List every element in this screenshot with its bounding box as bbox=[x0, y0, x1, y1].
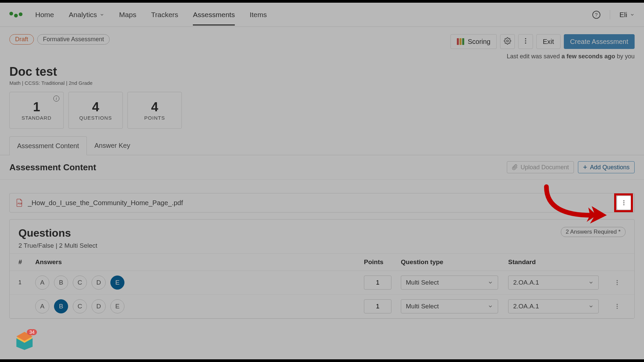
help-widget[interactable]: 34 bbox=[15, 331, 34, 351]
answer-bubble[interactable]: B bbox=[54, 276, 68, 290]
paperclip-icon bbox=[512, 164, 518, 170]
scoring-icon bbox=[457, 38, 464, 45]
nav-analytics-label: Analytics bbox=[69, 11, 97, 19]
question-type-select[interactable]: Multi Select bbox=[401, 276, 498, 290]
more-button[interactable] bbox=[518, 34, 533, 49]
add-questions-button[interactable]: + Add Questions bbox=[578, 161, 635, 173]
nav-trackers[interactable]: Trackers bbox=[151, 4, 178, 25]
exit-button[interactable]: Exit bbox=[536, 34, 560, 49]
stat-card: 4POINTS bbox=[127, 92, 182, 129]
widget-badge: 34 bbox=[27, 329, 37, 335]
save-status: Last edit was saved a few seconds ago by… bbox=[0, 52, 644, 60]
upload-document-label: Upload Document bbox=[521, 164, 569, 171]
chevron-down-icon bbox=[630, 12, 635, 17]
nav-analytics[interactable]: Analytics bbox=[69, 4, 104, 25]
pdf-icon: PDF bbox=[16, 199, 23, 207]
stat-label: POINTS bbox=[144, 115, 165, 121]
settings-button[interactable] bbox=[500, 34, 515, 49]
svg-point-13 bbox=[616, 308, 618, 309]
points-input[interactable] bbox=[364, 276, 391, 290]
questions-title: Questions bbox=[18, 227, 97, 239]
vertical-dots-icon bbox=[621, 199, 627, 206]
svg-text:PDF: PDF bbox=[18, 202, 22, 205]
stat-card: i1STANDARD bbox=[9, 92, 64, 129]
formative-badge: Formative Assessment bbox=[37, 34, 110, 45]
questions-subtitle: 2 True/False | 2 Multi Select bbox=[18, 242, 97, 249]
svg-point-12 bbox=[616, 306, 618, 307]
answer-bubble[interactable]: A bbox=[35, 299, 49, 313]
svg-point-7 bbox=[623, 204, 624, 205]
attached-file-row: PDF _How_do_I_use_the_Community_Home_Pag… bbox=[9, 193, 635, 213]
svg-point-6 bbox=[623, 202, 624, 203]
svg-point-2 bbox=[525, 40, 526, 42]
points-input[interactable] bbox=[364, 299, 391, 313]
standard-select[interactable]: 2.OA.A.1 bbox=[508, 276, 599, 290]
table-row: 1ABCDEMulti Select2.OA.A.1 bbox=[10, 271, 634, 295]
tab-assessment-content[interactable]: Assessment Content bbox=[9, 136, 87, 155]
svg-point-11 bbox=[616, 304, 618, 305]
svg-point-3 bbox=[525, 42, 526, 44]
question-type-select[interactable]: Multi Select bbox=[401, 299, 498, 313]
upload-document-button[interactable]: Upload Document bbox=[507, 161, 574, 173]
stat-number: 4 bbox=[92, 100, 99, 114]
vertical-dots-icon bbox=[522, 37, 529, 46]
top-nav: Home Analytics Maps Trackers Assessments… bbox=[0, 3, 644, 27]
user-name: Eli bbox=[620, 11, 627, 19]
svg-point-5 bbox=[623, 200, 624, 201]
svg-point-0 bbox=[506, 40, 508, 42]
table-row: ABCDEMulti Select2.OA.A.1 bbox=[10, 295, 634, 318]
user-menu[interactable]: Eli bbox=[620, 11, 635, 19]
scoring-button[interactable]: Scoring bbox=[450, 34, 497, 49]
nav-assessments[interactable]: Assessments bbox=[193, 4, 235, 25]
row-options-button[interactable] bbox=[609, 279, 626, 286]
row-number: 1 bbox=[18, 280, 35, 286]
gear-icon bbox=[504, 37, 511, 46]
divider bbox=[610, 10, 610, 19]
create-assessment-button[interactable]: Create Assessment bbox=[564, 34, 635, 49]
logo bbox=[9, 13, 22, 16]
stat-number: 4 bbox=[151, 100, 158, 114]
answer-bubble[interactable]: E bbox=[110, 299, 124, 313]
stat-card: 4QUESTIONS bbox=[68, 92, 123, 129]
stat-number: 1 bbox=[33, 100, 40, 114]
add-questions-label: Add Questions bbox=[590, 164, 630, 171]
svg-point-10 bbox=[616, 284, 618, 285]
help-icon[interactable]: ? bbox=[592, 11, 600, 19]
stat-label: STANDARD bbox=[21, 115, 51, 121]
file-options-button[interactable] bbox=[617, 196, 631, 210]
answers-required-pill: 2 Answers Required * bbox=[561, 227, 626, 237]
answer-bubble[interactable]: D bbox=[92, 276, 106, 290]
row-options-button[interactable] bbox=[609, 303, 626, 310]
info-icon[interactable]: i bbox=[53, 96, 59, 102]
questions-table-header: # Answers Points Question type Standard bbox=[10, 253, 634, 271]
svg-point-9 bbox=[616, 282, 618, 283]
status-badges: Draft Formative Assessment bbox=[9, 34, 110, 45]
standard-select[interactable]: 2.OA.A.1 bbox=[508, 299, 599, 313]
draft-badge: Draft bbox=[9, 34, 34, 45]
answer-bubble[interactable]: A bbox=[35, 276, 49, 290]
answer-bubble[interactable]: C bbox=[73, 299, 87, 313]
answer-bubble[interactable]: B bbox=[54, 299, 68, 313]
file-name: _How_do_I_use_the_Community_Home_Page_.p… bbox=[28, 199, 183, 207]
chevron-down-icon bbox=[100, 12, 104, 17]
tab-answer-key[interactable]: Answer Key bbox=[87, 136, 138, 155]
page-meta: Math | CCSS: Traditional | 2nd Grade bbox=[9, 80, 635, 86]
scoring-label: Scoring bbox=[468, 38, 490, 46]
answer-bubble[interactable]: C bbox=[73, 276, 87, 290]
plus-icon: + bbox=[583, 164, 587, 171]
answer-bubble[interactable]: D bbox=[92, 299, 106, 313]
nav-maps[interactable]: Maps bbox=[119, 4, 136, 25]
svg-point-8 bbox=[616, 280, 618, 281]
nav-home[interactable]: Home bbox=[35, 4, 54, 25]
answer-bubble[interactable]: E bbox=[110, 276, 124, 290]
svg-point-1 bbox=[525, 38, 526, 39]
nav-items[interactable]: Items bbox=[250, 4, 267, 25]
page-title: Doc test bbox=[9, 65, 635, 79]
stat-label: QUESTIONS bbox=[79, 115, 112, 121]
section-title: Assessment Content bbox=[9, 162, 96, 173]
